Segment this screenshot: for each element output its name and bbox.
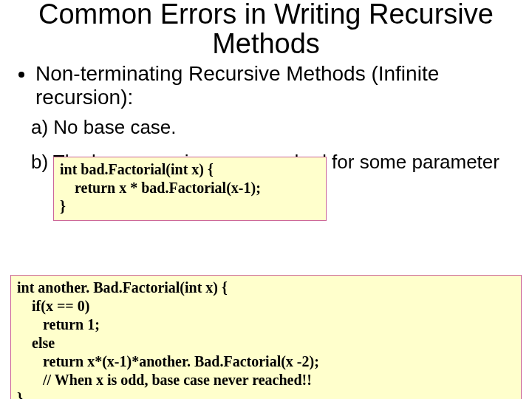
subpoint-a: a) No base case.: [31, 117, 532, 138]
code-block-b: int another. Bad.Factorial(int x) { if(x…: [10, 275, 522, 399]
code-block-a: int bad.Factorial(int x) { return x * ba…: [53, 157, 327, 221]
bullet-nonterminating: Non-terminating Recursive Methods (Infin…: [35, 62, 519, 109]
slide-title: Common Errors in Writing Recursive Metho…: [0, 0, 532, 59]
